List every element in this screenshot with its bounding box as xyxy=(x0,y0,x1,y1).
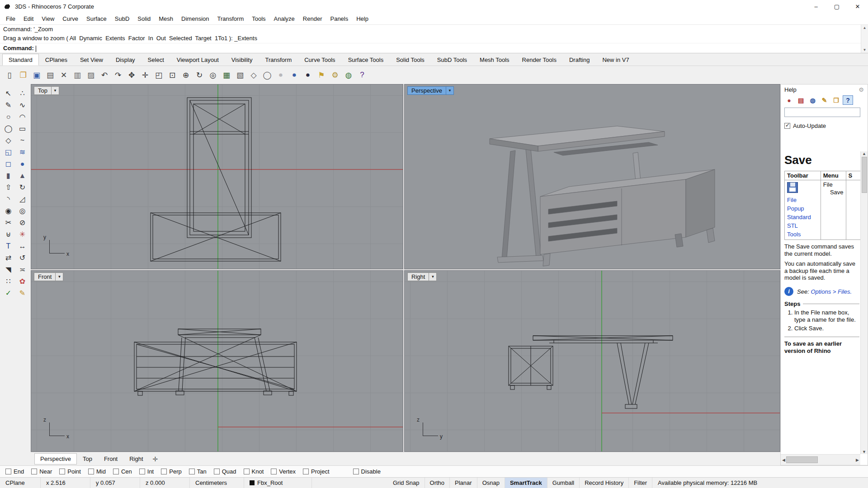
osnap-checkbox[interactable] xyxy=(303,469,309,474)
ellipse-icon[interactable]: ◯ xyxy=(2,123,15,134)
layer-button[interactable]: Fbx_Root xyxy=(244,478,312,488)
menu-item[interactable]: Analyze xyxy=(270,14,299,23)
viewport-right-label[interactable]: Right xyxy=(407,272,429,281)
statusbar-toggle[interactable]: Planar xyxy=(450,478,477,488)
menu-item[interactable]: Curve xyxy=(58,14,82,23)
viewport-right-title[interactable]: Right ▼ xyxy=(407,272,437,281)
disable-checkbox[interactable] xyxy=(353,469,359,474)
osnap-toggle[interactable]: Quad xyxy=(214,468,236,475)
earth-icon[interactable]: ◍ xyxy=(343,69,354,81)
osnap-toggle[interactable]: Perp xyxy=(161,468,181,475)
rotate-view-icon[interactable]: ↻ xyxy=(193,69,205,81)
viewport-front[interactable]: Front ▼ xyxy=(31,270,403,452)
viewport-layout-icon[interactable]: ✛ xyxy=(153,455,158,463)
copy-icon[interactable]: ▥ xyxy=(71,69,83,81)
mirror-icon[interactable]: ≍ xyxy=(16,264,29,275)
osnap-toggle[interactable]: Knot xyxy=(244,468,264,475)
book-icon[interactable]: ▤ xyxy=(796,95,806,105)
menu-item[interactable]: Dimension xyxy=(177,14,213,23)
scroll-down-icon[interactable]: ▼ xyxy=(862,450,866,454)
gumball-icon[interactable]: ✿ xyxy=(16,276,29,287)
chevron-down-icon[interactable]: ▼ xyxy=(56,272,63,281)
statusbar-toggle[interactable]: Ortho xyxy=(425,478,450,488)
paste-icon[interactable]: ▨ xyxy=(85,69,97,81)
explode-icon[interactable]: ✳ xyxy=(16,229,29,240)
statusbar-toggle[interactable]: Filter xyxy=(629,478,652,488)
toolbar-tab[interactable]: Select xyxy=(142,54,170,66)
toolbar-tab[interactable]: Mesh Tools xyxy=(473,54,516,66)
osnap-checkbox[interactable] xyxy=(139,469,145,474)
scale-icon[interactable]: ◥ xyxy=(2,264,15,275)
osnap-checkbox[interactable] xyxy=(59,469,65,474)
delete-icon[interactable]: ✕ xyxy=(58,69,70,81)
polygon-icon[interactable]: ◇ xyxy=(2,135,15,146)
move-tool-icon[interactable]: ⇄ xyxy=(2,252,15,263)
cylinder-icon[interactable]: ▮ xyxy=(2,170,15,181)
units-button[interactable]: Centimeters xyxy=(190,478,244,488)
osnap-checkbox[interactable] xyxy=(113,469,119,474)
scroll-left-icon[interactable]: ◀ xyxy=(782,458,785,462)
toolbar-tab[interactable]: Render Tools xyxy=(516,54,563,66)
osnap-checkbox[interactable] xyxy=(31,469,37,474)
toolbar-tab[interactable]: Solid Tools xyxy=(390,54,431,66)
help-link[interactable]: Standard xyxy=(787,213,818,221)
extrude-icon[interactable]: ⇧ xyxy=(2,182,15,193)
toolbar-tab[interactable]: Set View xyxy=(74,54,109,66)
menu-item[interactable]: Mesh xyxy=(155,14,177,23)
menu-item[interactable]: Solid xyxy=(133,14,155,23)
toolbar-tab[interactable]: Viewport Layout xyxy=(170,54,225,66)
text-icon[interactable]: T xyxy=(2,240,15,252)
viewport-top[interactable]: Top ▼ y x xyxy=(31,84,403,269)
osnap-checkbox[interactable] xyxy=(214,469,220,474)
revolve-icon[interactable]: ↻ xyxy=(16,182,29,193)
question-panel-icon[interactable]: ? xyxy=(843,95,853,105)
toolbar-tab[interactable]: Curve Tools xyxy=(298,54,341,66)
osnap-toggle[interactable]: Int xyxy=(139,468,154,475)
viewport-top-label[interactable]: Top xyxy=(34,86,52,95)
viewport-front-title[interactable]: Front ▼ xyxy=(34,272,63,281)
viewport-perspective-label[interactable]: Perspective xyxy=(407,86,446,95)
close-button[interactable]: ✕ xyxy=(847,0,868,13)
folder-icon[interactable]: ❐ xyxy=(831,95,841,105)
scrollbar-thumb[interactable] xyxy=(862,157,867,193)
boolean-union-icon[interactable]: ◉ xyxy=(2,205,15,216)
osnap-checkbox[interactable] xyxy=(271,469,277,474)
boolean-difference-icon[interactable]: ◎ xyxy=(16,205,29,216)
disable-label[interactable]: Disable xyxy=(361,468,381,475)
osnap-toggle[interactable]: Tan xyxy=(189,468,207,475)
panel-options-gear-icon[interactable]: ⚙ xyxy=(859,86,864,93)
statusbar-toggle[interactable]: Osnap xyxy=(477,478,505,488)
viewport-right[interactable]: Right ▼ xyxy=(404,270,780,452)
menu-item[interactable]: Transform xyxy=(213,14,248,23)
statusbar-toggle[interactable]: Gumball xyxy=(547,478,580,488)
toolbar-tab[interactable]: Visibility xyxy=(225,54,259,66)
point-icon[interactable]: ∴ xyxy=(16,88,29,99)
toolbar-tab[interactable]: Surface Tools xyxy=(342,54,390,66)
menu-item[interactable]: Render xyxy=(299,14,326,23)
osnap-label[interactable]: Perp xyxy=(169,468,181,475)
rotate-tool-icon[interactable]: ↺ xyxy=(16,252,29,263)
help-horizontal-scrollbar[interactable]: ◀ ▶ xyxy=(781,454,860,465)
curve-icon[interactable]: ∿ xyxy=(16,99,29,111)
menu-item[interactable]: SubD xyxy=(111,14,134,23)
globe-icon[interactable]: ◍ xyxy=(807,95,818,105)
pencil-icon[interactable]: ✎ xyxy=(819,95,830,105)
osnap-checkbox[interactable] xyxy=(161,469,167,474)
redo-icon[interactable]: ↷ xyxy=(112,69,124,81)
help-sphere-icon[interactable]: ? xyxy=(356,69,368,81)
toolbar-tab[interactable]: Transform xyxy=(259,54,298,66)
scroll-up-icon[interactable]: ▲ xyxy=(862,151,866,156)
viewport-tab[interactable]: Right xyxy=(123,453,149,465)
scroll-up-icon[interactable]: ▲ xyxy=(863,26,867,30)
cplane-button[interactable]: CPlane xyxy=(0,478,41,488)
viewport-front-label[interactable]: Front xyxy=(34,272,56,281)
help-link[interactable]: STL xyxy=(787,221,818,230)
toolbar-tab[interactable]: New in V7 xyxy=(596,54,635,66)
viewport-perspective-title[interactable]: Perspective ▼ xyxy=(407,86,454,95)
osnap-label[interactable]: Point xyxy=(67,468,81,475)
layers-icon[interactable]: ▦ xyxy=(221,69,232,81)
move-icon[interactable]: ✛ xyxy=(139,69,151,81)
undo-icon[interactable]: ↶ xyxy=(99,69,110,81)
surface-icon[interactable]: ◱ xyxy=(2,146,15,158)
viewport-tab[interactable]: Perspective xyxy=(34,453,77,465)
